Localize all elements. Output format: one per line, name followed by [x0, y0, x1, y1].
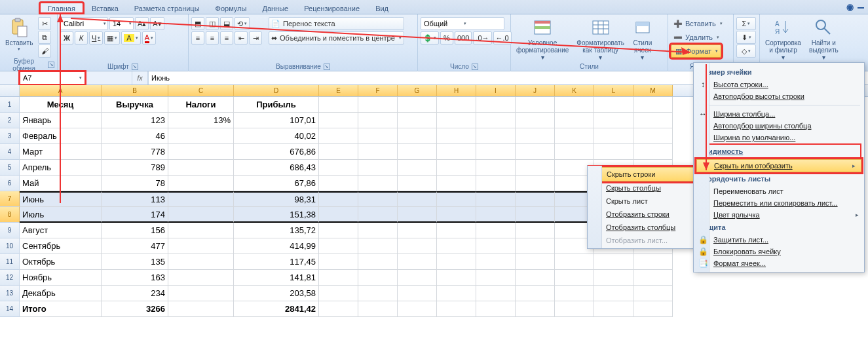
cell[interactable]: 156	[102, 223, 168, 238]
sort-filter-button[interactable]: AЯСортировкаи фильтр▾	[763, 16, 804, 62]
cell[interactable]	[633, 254, 673, 270]
cell[interactable]	[476, 160, 516, 176]
cell[interactable]	[168, 207, 234, 223]
currency-button[interactable]: 💲	[421, 31, 439, 45]
cell[interactable]	[516, 223, 555, 238]
align-dialog-icon[interactable]: ↘	[324, 64, 330, 70]
tab-color-item[interactable]: Цвет ярлычка	[694, 209, 864, 221]
indent-increase-button[interactable]: ⇥	[249, 31, 262, 45]
cell[interactable]	[437, 128, 476, 144]
cell[interactable]	[516, 97, 555, 113]
row-header[interactable]: 7	[0, 191, 20, 207]
italic-button[interactable]: К	[75, 31, 88, 45]
cell[interactable]	[358, 223, 398, 238]
cell[interactable]: Июль	[20, 207, 102, 223]
cell[interactable]: 151,38	[234, 207, 319, 223]
col-header-k[interactable]: K	[555, 85, 594, 96]
select-all-button[interactable]	[0, 85, 20, 96]
cell[interactable]: Ноябрь	[20, 270, 102, 286]
cell[interactable]	[168, 301, 234, 317]
help-icon[interactable]: ◉	[846, 2, 854, 12]
col-header-a[interactable]: A	[20, 85, 102, 96]
cell[interactable]	[358, 128, 398, 144]
cell[interactable]: Апрель	[20, 160, 102, 176]
cell[interactable]	[398, 238, 437, 254]
cell[interactable]	[555, 97, 594, 113]
col-header-m[interactable]: M	[633, 85, 673, 96]
cell[interactable]	[319, 144, 358, 160]
cell[interactable]	[555, 301, 594, 317]
cell[interactable]: Налоги	[168, 97, 234, 113]
cell[interactable]	[437, 191, 476, 207]
col-header-i[interactable]: I	[476, 85, 516, 96]
paste-button[interactable]: Вставить▾	[3, 16, 35, 53]
cell[interactable]	[594, 270, 633, 286]
cell[interactable]	[168, 128, 234, 144]
cell[interactable]: Декабрь	[20, 286, 102, 301]
cell[interactable]	[437, 144, 476, 160]
hide-show-item[interactable]: Скрыть или отобразить	[696, 159, 861, 172]
cell[interactable]: 477	[102, 238, 168, 254]
cell[interactable]	[476, 97, 516, 113]
row-header[interactable]: 13	[0, 286, 20, 301]
cell[interactable]	[358, 254, 398, 270]
row-height-item[interactable]: ↕Высота строки...	[694, 79, 864, 90]
cell[interactable]: Июнь	[20, 191, 102, 207]
cell[interactable]	[476, 176, 516, 191]
cell[interactable]	[168, 191, 234, 207]
cell[interactable]	[319, 191, 358, 207]
minimize-ribbon-icon[interactable]	[858, 7, 864, 9]
cell[interactable]	[168, 160, 234, 176]
cell[interactable]	[319, 176, 358, 191]
cell[interactable]	[398, 113, 437, 128]
cell[interactable]: 234	[102, 286, 168, 301]
hide-columns-item[interactable]: Скрыть столбцы	[588, 181, 696, 195]
cell[interactable]	[437, 254, 476, 270]
cell[interactable]	[476, 238, 516, 254]
cell[interactable]	[633, 113, 673, 128]
cell[interactable]: 163	[102, 270, 168, 286]
cell[interactable]	[168, 286, 234, 301]
cell[interactable]	[398, 223, 437, 238]
border-button[interactable]: ▦	[104, 31, 120, 45]
row-header[interactable]: 11	[0, 254, 20, 270]
align-right-button[interactable]: ≡	[220, 31, 233, 45]
row-header[interactable]: 1	[0, 97, 20, 113]
cell[interactable]	[516, 191, 555, 207]
cell[interactable]	[358, 113, 398, 128]
cell[interactable]: 40,02	[234, 128, 319, 144]
cell[interactable]: 141,81	[234, 270, 319, 286]
cell[interactable]	[516, 144, 555, 160]
cell[interactable]	[319, 286, 358, 301]
cell[interactable]: 789	[102, 160, 168, 176]
hide-sheet-item[interactable]: Скрыть лист	[588, 195, 696, 208]
row-header[interactable]: 9	[0, 223, 20, 238]
tab-data[interactable]: Данные	[254, 3, 296, 14]
cell[interactable]	[358, 270, 398, 286]
cell[interactable]	[168, 144, 234, 160]
cell[interactable]	[516, 113, 555, 128]
cell[interactable]	[437, 160, 476, 176]
cell[interactable]: Март	[20, 144, 102, 160]
hide-rows-item[interactable]: Скрыть строки	[590, 167, 694, 181]
align-top-button[interactable]: ⬒	[191, 17, 204, 30]
autofit-row-item[interactable]: Автоподбор высоты строки	[694, 90, 864, 102]
cell[interactable]	[319, 207, 358, 223]
cell[interactable]	[476, 254, 516, 270]
autofit-col-item[interactable]: Автоподбор ширины столбца	[694, 120, 864, 132]
cell[interactable]: Выручка	[102, 97, 168, 113]
cell[interactable]	[633, 144, 673, 160]
cell[interactable]	[319, 160, 358, 176]
cell[interactable]	[516, 207, 555, 223]
cell[interactable]	[594, 128, 633, 144]
cell[interactable]	[168, 254, 234, 270]
cell[interactable]	[476, 113, 516, 128]
cell[interactable]	[319, 254, 358, 270]
cell[interactable]: Октябрь	[20, 254, 102, 270]
col-header-g[interactable]: G	[398, 85, 437, 96]
lock-cell-item[interactable]: 🔒Блокировать ячейку	[694, 246, 864, 257]
cell[interactable]	[555, 144, 594, 160]
row-header[interactable]: 4	[0, 144, 20, 160]
find-select-button[interactable]: Найти ивыделить▾	[806, 16, 841, 62]
number-dialog-icon[interactable]: ↘	[472, 64, 478, 70]
